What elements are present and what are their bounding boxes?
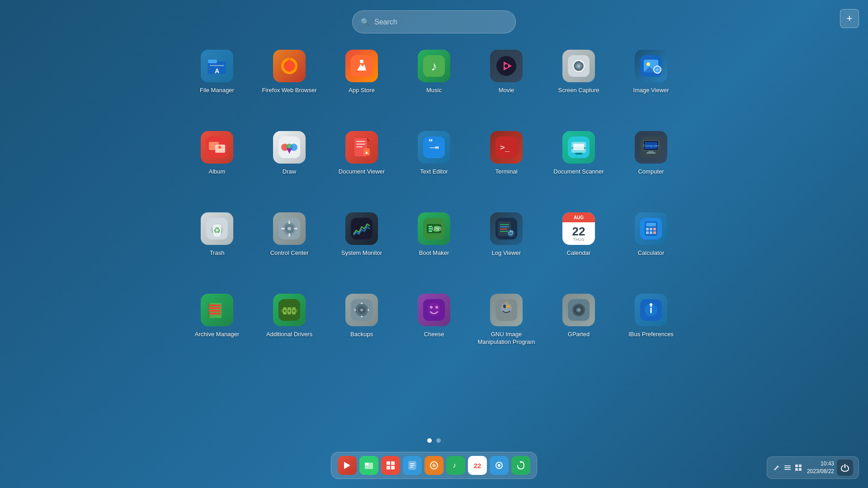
trash-icon: ♻ bbox=[201, 212, 233, 245]
svg-point-27 bbox=[218, 146, 221, 149]
svg-marker-132 bbox=[344, 462, 350, 469]
draw-icon bbox=[273, 131, 306, 164]
app-document-scanner[interactable]: Document Scanner bbox=[542, 122, 615, 203]
movie-label: Movie bbox=[499, 87, 514, 94]
app-gimp[interactable]: GNU Image Manipulation Program bbox=[470, 285, 542, 366]
svg-rect-112 bbox=[354, 309, 356, 311]
svg-rect-48 bbox=[575, 153, 582, 155]
app-firefox[interactable]: Firefox Web Browser bbox=[253, 41, 326, 122]
log-viewer-icon: ⏱ bbox=[490, 212, 523, 245]
control-center-icon bbox=[273, 212, 306, 245]
app-calendar[interactable]: AUG 22 THUS Calendar bbox=[542, 203, 615, 285]
app-archive-manager[interactable]: Archive Manager bbox=[181, 285, 253, 366]
svg-rect-26 bbox=[215, 145, 225, 153]
svg-rect-85 bbox=[646, 223, 656, 226]
screen-capture-icon bbox=[562, 50, 595, 82]
calendar-label: Calendar bbox=[567, 249, 591, 257]
svg-rect-113 bbox=[368, 309, 369, 311]
computer-label: Computer bbox=[638, 168, 664, 176]
firefox-icon bbox=[273, 50, 306, 82]
gparted-icon bbox=[562, 294, 595, 326]
app-backups[interactable]: Backups bbox=[326, 285, 398, 366]
movie-icon bbox=[490, 50, 523, 82]
music-icon: ♪ bbox=[418, 50, 450, 82]
taskbar-calendar[interactable]: 22 bbox=[468, 456, 487, 475]
search-input[interactable] bbox=[374, 18, 507, 26]
app-image-viewer[interactable]: + Image Viewer bbox=[615, 41, 687, 122]
app-computer[interactable]: Computer Computer bbox=[615, 122, 687, 203]
svg-rect-137 bbox=[387, 466, 390, 469]
tray-time: 10:43 bbox=[821, 460, 834, 468]
svg-rect-138 bbox=[391, 466, 395, 469]
control-center-label: Control Center bbox=[270, 249, 309, 257]
svg-point-17 bbox=[580, 61, 582, 62]
image-viewer-label: Image Viewer bbox=[633, 87, 669, 94]
svg-rect-65 bbox=[281, 228, 285, 230]
svg-rect-141 bbox=[410, 465, 415, 466]
taskbar-browser[interactable] bbox=[425, 456, 443, 475]
app-app-store[interactable]: App Store bbox=[326, 41, 398, 122]
svg-point-7 bbox=[360, 60, 363, 63]
app-additional-drivers[interactable]: Additional Drivers bbox=[253, 285, 326, 366]
app-control-center[interactable]: Control Center bbox=[253, 203, 326, 285]
taskbar-apps[interactable] bbox=[381, 456, 400, 475]
svg-point-31 bbox=[290, 144, 297, 151]
app-ibus[interactable]: i IBus Preferences bbox=[615, 285, 687, 366]
app-cheese[interactable]: Cheese bbox=[398, 285, 470, 366]
add-button[interactable]: + bbox=[840, 9, 859, 28]
svg-rect-89 bbox=[646, 231, 649, 234]
tray-power-button[interactable] bbox=[837, 460, 853, 476]
svg-point-105 bbox=[293, 310, 295, 312]
gimp-label: GNU Image Manipulation Program bbox=[477, 331, 536, 346]
boot-maker-label: Boot Maker bbox=[419, 249, 449, 257]
svg-rect-110 bbox=[361, 303, 363, 304]
additional-drivers-icon bbox=[273, 294, 306, 326]
svg-rect-66 bbox=[294, 228, 297, 230]
app-movie[interactable]: Movie bbox=[470, 41, 542, 122]
taskbar-music[interactable]: ♪ bbox=[446, 456, 465, 475]
gimp-icon bbox=[490, 294, 523, 326]
svg-rect-152 bbox=[795, 465, 798, 467]
svg-point-121 bbox=[507, 305, 509, 308]
taskbar-settings[interactable] bbox=[490, 456, 509, 475]
tray-edit-icon bbox=[773, 464, 781, 472]
trash-label: Trash bbox=[210, 249, 225, 257]
svg-text:♪: ♪ bbox=[453, 461, 456, 469]
app-file-manager[interactable]: A File Manager bbox=[181, 41, 253, 122]
svg-rect-153 bbox=[799, 465, 802, 467]
app-document-viewer[interactable]: ▲ Document Viewer bbox=[326, 122, 398, 203]
app-text-editor[interactable]: " " Text Editor bbox=[398, 122, 470, 203]
app-trash[interactable]: ♻ Trash bbox=[181, 203, 253, 285]
svg-rect-142 bbox=[410, 467, 413, 468]
app-log-viewer[interactable]: ⏱ Log Viewer bbox=[470, 203, 542, 285]
search-bar[interactable]: 🔍 bbox=[352, 10, 516, 33]
calculator-label: Calculator bbox=[638, 249, 665, 257]
svg-point-147 bbox=[498, 464, 500, 467]
app-gparted[interactable]: GParted bbox=[542, 285, 615, 366]
archive-manager-icon bbox=[201, 294, 233, 326]
taskbar-files[interactable] bbox=[359, 456, 378, 475]
app-calculator[interactable]: Calculator bbox=[615, 203, 687, 285]
svg-rect-151 bbox=[784, 469, 791, 470]
svg-rect-136 bbox=[391, 461, 395, 465]
svg-point-109 bbox=[360, 309, 363, 311]
app-screen-capture[interactable]: Screen Capture bbox=[542, 41, 615, 122]
boot-maker-icon: USB bbox=[418, 212, 450, 245]
app-draw[interactable]: Draw bbox=[253, 122, 326, 203]
page-dot-2[interactable] bbox=[436, 438, 441, 443]
taskbar-update[interactable] bbox=[511, 456, 530, 475]
app-album[interactable]: Album bbox=[181, 122, 253, 203]
page-dot-1[interactable] bbox=[427, 438, 432, 443]
taskbar-start[interactable] bbox=[338, 456, 357, 475]
svg-rect-94 bbox=[209, 305, 221, 306]
app-system-monitor[interactable]: System Monitor bbox=[326, 203, 398, 285]
taskbar-notes[interactable] bbox=[403, 456, 422, 475]
app-music[interactable]: ♪ Music bbox=[398, 41, 470, 122]
backups-label: Backups bbox=[350, 331, 373, 338]
calculator-icon bbox=[635, 212, 667, 245]
app-boot-maker[interactable]: USB Boot Maker bbox=[398, 203, 470, 285]
additional-drivers-label: Additional Drivers bbox=[266, 331, 312, 338]
svg-rect-134 bbox=[365, 463, 373, 469]
ibus-icon: i bbox=[635, 294, 667, 326]
app-terminal[interactable]: >_ Terminal bbox=[470, 122, 542, 203]
